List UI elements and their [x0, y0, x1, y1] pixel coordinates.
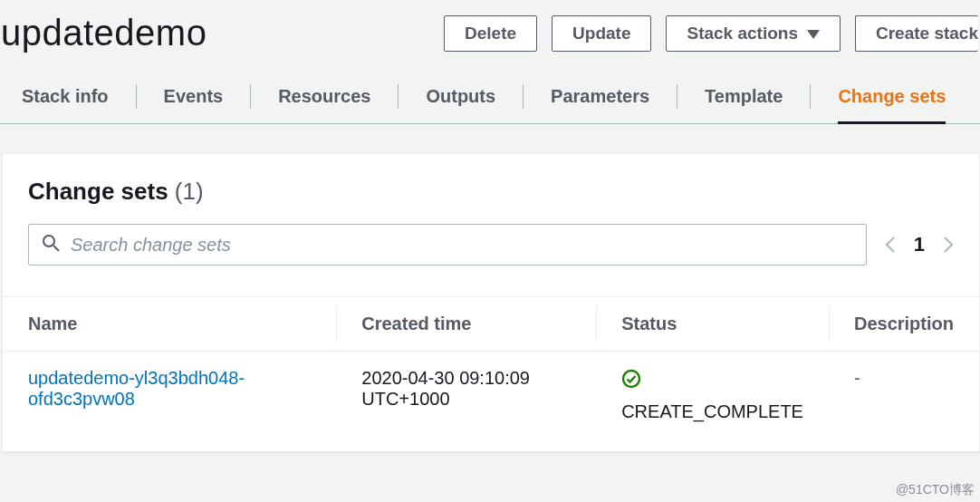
cell-created-time: 2020-04-30 09:10:09 UTC+1000 — [336, 352, 596, 443]
tab-template[interactable]: Template — [705, 70, 783, 123]
search-box[interactable] — [28, 224, 867, 265]
pager-next[interactable] — [943, 236, 954, 254]
search-input[interactable] — [71, 235, 853, 256]
tab-resources[interactable]: Resources — [278, 70, 370, 123]
panel-title: Change sets (1) — [28, 178, 204, 205]
search-icon — [42, 234, 60, 256]
delete-button[interactable]: Delete — [444, 15, 537, 52]
table-row: updatedemo-yl3q3bdh048-ofd3c3pvw08 2020-… — [3, 352, 979, 443]
cell-description: - — [854, 368, 860, 388]
status-success-icon — [621, 369, 641, 389]
tab-events[interactable]: Events — [164, 70, 224, 123]
tab-divider — [136, 84, 137, 109]
tabs: Stack info Events Resources Outputs Para… — [0, 70, 980, 124]
pager-prev[interactable] — [885, 236, 896, 254]
stack-actions-label: Stack actions — [687, 24, 798, 43]
change-sets-panel: Change sets (1) 1 — [2, 153, 980, 452]
svg-point-1 — [43, 236, 54, 246]
svg-line-2 — [53, 246, 59, 251]
create-stack-label: Create stack — [876, 24, 978, 43]
panel-count: (1) — [175, 178, 204, 205]
tab-parameters[interactable]: Parameters — [551, 70, 649, 123]
pager: 1 — [885, 233, 954, 256]
tab-divider — [677, 84, 677, 109]
page-title: updatedemo — [0, 13, 444, 53]
caret-down-icon — [807, 24, 820, 43]
col-created-time[interactable]: Created time — [336, 297, 596, 352]
svg-marker-0 — [807, 30, 820, 39]
tab-divider — [523, 84, 524, 109]
watermark: @51CTO博客 — [896, 482, 975, 498]
panel-title-text: Change sets — [28, 178, 168, 205]
change-sets-table: Name Created time Status Description upd… — [3, 296, 979, 442]
tab-divider — [250, 84, 251, 109]
status-label: CREATE_COMPLETE — [621, 397, 803, 426]
tab-stack-info[interactable]: Stack info — [22, 70, 109, 123]
col-status[interactable]: Status — [596, 297, 829, 352]
tab-divider — [398, 84, 399, 109]
change-set-name-link[interactable]: updatedemo-yl3q3bdh048-ofd3c3pvw08 — [28, 368, 245, 409]
action-buttons: Delete Update Stack actions Create stack — [444, 15, 980, 52]
col-description[interactable]: Description — [829, 297, 979, 352]
svg-point-3 — [623, 371, 639, 387]
tab-change-sets[interactable]: Change sets — [838, 70, 946, 123]
col-name[interactable]: Name — [3, 297, 336, 352]
pager-page-number: 1 — [914, 233, 925, 256]
update-button[interactable]: Update — [552, 15, 651, 52]
tab-outputs[interactable]: Outputs — [426, 70, 495, 123]
tab-divider — [810, 84, 811, 109]
create-stack-button[interactable]: Create stack — [855, 15, 978, 52]
stack-actions-button[interactable]: Stack actions — [666, 15, 841, 52]
